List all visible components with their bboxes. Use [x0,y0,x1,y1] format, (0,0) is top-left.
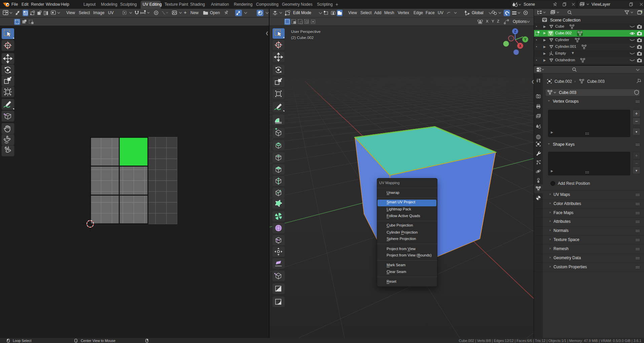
svg-text:Y: Y [524,38,527,41]
svg-text:Z: Z [514,30,516,33]
svg-text:X: X [519,44,522,48]
